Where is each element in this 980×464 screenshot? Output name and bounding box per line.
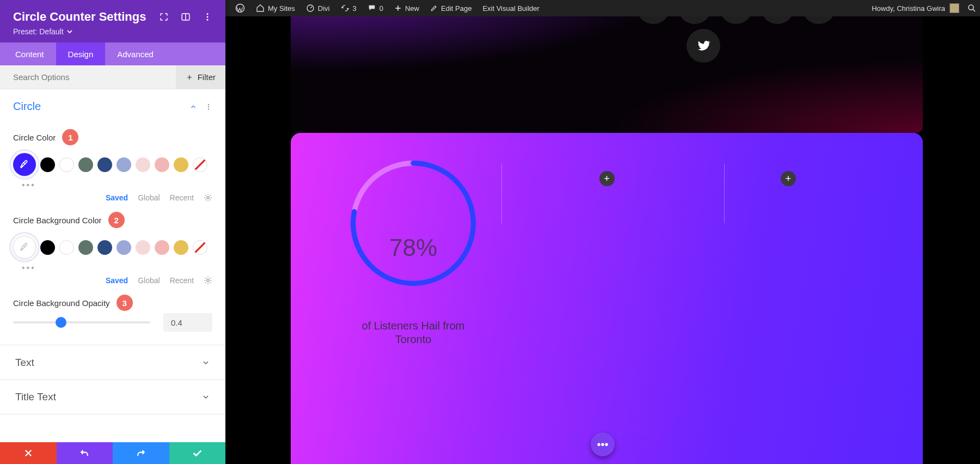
label-circle-bg-color: Circle Background Color [13, 216, 102, 225]
svg-point-7 [208, 108, 209, 109]
adminbar-my-sites[interactable]: My Sites [250, 0, 301, 16]
twitter-icon [696, 38, 711, 53]
tab-advanced[interactable]: Advanced [105, 42, 166, 65]
mode-saved[interactable]: Saved [106, 193, 128, 202]
exit-vb-label: Exit Visual Builder [482, 4, 540, 13]
swatch-white[interactable] [59, 157, 74, 172]
check-icon [191, 447, 203, 459]
plus-icon [186, 74, 193, 81]
filter-button[interactable]: Filter [176, 65, 225, 89]
tab-design[interactable]: Design [56, 42, 106, 65]
section-text[interactable]: Text [0, 345, 225, 380]
opacity-value[interactable]: 0.4 [163, 313, 212, 332]
expand-icon[interactable] [159, 12, 169, 22]
add-module-button[interactable]: + [599, 171, 615, 186]
swatch-white[interactable] [59, 240, 74, 255]
social-twitter[interactable] [687, 29, 720, 63]
save-button[interactable] [169, 442, 226, 464]
wp-logo[interactable] [230, 0, 250, 16]
section-title-text-label: Title Text [15, 391, 56, 403]
search-row: Filter [0, 65, 225, 89]
wordpress-icon [235, 3, 245, 13]
swatch-transparent[interactable] [193, 240, 207, 255]
swatch-olive[interactable] [78, 157, 93, 172]
redo-icon [136, 448, 146, 459]
add-module-button[interactable]: + [781, 171, 796, 186]
swatch-black[interactable] [40, 157, 55, 172]
swatch-blush[interactable] [136, 240, 150, 255]
adminbar-revisions[interactable]: 3 [335, 0, 362, 16]
section-text-label: Text [15, 357, 34, 369]
home-icon [256, 4, 265, 13]
avatar [950, 3, 959, 13]
mode-recent[interactable]: Recent [170, 276, 194, 285]
more-swatches-button[interactable]: ••• [0, 260, 225, 273]
more-icon[interactable] [203, 12, 212, 22]
opacity-slider[interactable] [13, 321, 150, 323]
label-circle-bg-opacity: Circle Background Opacity [13, 298, 110, 308]
swatch-black[interactable] [40, 240, 55, 255]
hero-section [291, 0, 923, 133]
column-separator [724, 163, 725, 223]
swatch-pink[interactable] [155, 157, 169, 172]
builder-fab[interactable]: ••• [591, 432, 615, 456]
adminbar-new[interactable]: New [389, 0, 425, 16]
chevron-down-icon [201, 393, 210, 401]
adminbar-exit-vb[interactable]: Exit Visual Builder [477, 0, 545, 16]
adminbar-comments[interactable]: 0 [362, 0, 389, 16]
chevron-down-icon [201, 358, 210, 367]
mode-global[interactable]: Global [138, 193, 160, 202]
label-circle-color: Circle Color [13, 133, 56, 142]
svg-point-2 [207, 13, 209, 15]
swatch-gold[interactable] [174, 157, 188, 172]
panel-scroll-area[interactable]: Circle Circle Color 1 [0, 89, 225, 442]
swatch-transparent[interactable] [193, 157, 207, 172]
eyedropper-button[interactable] [13, 236, 36, 259]
chevron-up-icon[interactable] [189, 103, 197, 111]
field-circle-bg-opacity: Circle Background Opacity 3 [0, 285, 225, 312]
gear-icon[interactable] [204, 276, 212, 285]
slider-thumb[interactable] [56, 317, 66, 328]
swatch-navy[interactable] [97, 157, 112, 172]
howdy-label: Howdy, Christina Gwira [872, 4, 945, 13]
adminbar-search[interactable] [964, 0, 980, 16]
cancel-button[interactable] [0, 442, 57, 464]
swatch-gold[interactable] [174, 240, 188, 255]
new-label: New [405, 4, 419, 13]
circle-counter-module[interactable]: 78% of Listeners Hail from Toronto [348, 158, 479, 289]
wp-adminbar: My Sites Divi 3 0 New Edit Page Exit Vis… [225, 0, 980, 16]
edit-page-label: Edit Page [441, 4, 471, 13]
undo-icon [79, 448, 90, 459]
palette-mode-row: Saved Global Recent [0, 273, 225, 285]
swatch-row-circle-bg-color [13, 236, 212, 259]
eyedropper-button[interactable] [13, 153, 36, 176]
swatch-navy[interactable] [97, 240, 112, 255]
filter-label: Filter [198, 72, 216, 82]
columns-icon[interactable] [181, 12, 191, 22]
swatch-blush[interactable] [136, 157, 150, 172]
swatch-periwinkle[interactable] [117, 157, 131, 172]
palette-mode-row: Saved Global Recent [0, 190, 225, 202]
svg-point-6 [208, 106, 209, 107]
mode-saved[interactable]: Saved [106, 276, 128, 285]
swatch-periwinkle[interactable] [117, 240, 131, 255]
section-title-text[interactable]: Title Text [0, 380, 225, 414]
gear-icon[interactable] [204, 193, 212, 202]
counter-caption: of Listeners Hail from Toronto [348, 319, 479, 346]
more-swatches-button[interactable]: ••• [0, 177, 225, 190]
section-header-circle[interactable]: Circle [0, 89, 225, 119]
adminbar-howdy[interactable]: Howdy, Christina Gwira [867, 3, 964, 13]
refresh-icon [341, 4, 350, 13]
mode-recent[interactable]: Recent [170, 193, 194, 202]
swatch-olive[interactable] [78, 240, 93, 255]
swatch-pink[interactable] [155, 240, 169, 255]
tab-content[interactable]: Content [0, 42, 56, 65]
adminbar-edit-page[interactable]: Edit Page [425, 0, 477, 16]
adminbar-divi[interactable]: Divi [301, 0, 335, 16]
mode-global[interactable]: Global [138, 276, 160, 285]
preset-selector[interactable]: Preset: Default [13, 27, 146, 36]
redo-button[interactable] [113, 442, 169, 464]
search-input[interactable] [13, 72, 176, 82]
undo-button[interactable] [57, 442, 113, 464]
more-icon[interactable] [205, 103, 212, 111]
